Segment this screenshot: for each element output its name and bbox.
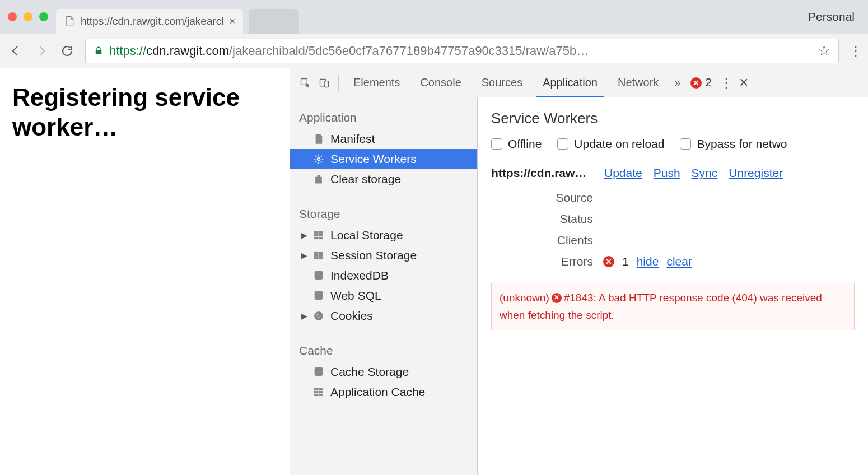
minimize-window-button[interactable] bbox=[24, 12, 32, 21]
sidebar-heading-application: Application bbox=[290, 108, 477, 129]
tab-network[interactable]: Network bbox=[609, 68, 668, 97]
url-scheme: https:// bbox=[109, 44, 146, 58]
origin-row: https://cdn.rawg… Update Push Sync Unreg… bbox=[491, 166, 855, 180]
file-icon bbox=[312, 133, 325, 145]
svg-rect-10 bbox=[319, 237, 323, 239]
browser-tab-inactive[interactable] bbox=[249, 9, 299, 34]
sidebar-item-indexeddb[interactable]: IndexedDB bbox=[290, 266, 477, 286]
error-icon: ✕ bbox=[552, 293, 562, 303]
sidebar-item-service-workers[interactable]: Service Workers bbox=[290, 149, 477, 169]
svg-rect-12 bbox=[319, 252, 323, 253]
panel-title: Service Workers bbox=[491, 110, 855, 127]
bypass-for-network-checkbox[interactable]: Bypass for netwo bbox=[680, 137, 787, 151]
caret-right-icon: ▶ bbox=[301, 311, 307, 320]
close-window-button[interactable] bbox=[8, 12, 17, 21]
sync-link[interactable]: Sync bbox=[692, 166, 718, 180]
update-link[interactable]: Update bbox=[604, 166, 642, 180]
sidebar-item-label: IndexedDB bbox=[330, 269, 389, 282]
caret-right-icon: ▶ bbox=[301, 251, 307, 260]
browser-tabs: https://cdn.rawgit.com/jakearcl × bbox=[56, 0, 299, 34]
error-count: 2 bbox=[705, 76, 711, 89]
sidebar-item-label: Session Storage bbox=[330, 249, 417, 262]
svg-rect-13 bbox=[315, 254, 319, 256]
svg-rect-28 bbox=[315, 394, 319, 395]
sidebar-item-web-sql[interactable]: Web SQL bbox=[290, 286, 477, 306]
cookie-icon bbox=[312, 310, 325, 322]
details-grid: Source Status Clients Errors ✕ 1 hide cl… bbox=[491, 191, 855, 268]
service-workers-panel: Service Workers Offline Update on reload… bbox=[478, 97, 868, 475]
options-row: Offline Update on reload Bypass for netw… bbox=[491, 137, 855, 151]
devtools-tabbar: Elements Console Sources Application Net… bbox=[290, 68, 868, 97]
sidebar-item-local-storage[interactable]: ▶ Local Storage bbox=[290, 225, 477, 245]
svg-rect-15 bbox=[315, 257, 319, 259]
sidebar-heading-cache: Cache bbox=[290, 341, 477, 362]
svg-rect-3 bbox=[325, 81, 329, 87]
address-bar[interactable]: https://cdn.rawgit.com/jakearchibald/5dc… bbox=[85, 39, 839, 63]
svg-rect-9 bbox=[315, 237, 319, 239]
tab-application[interactable]: Application bbox=[534, 68, 606, 97]
offline-checkbox[interactable]: Offline bbox=[491, 137, 542, 151]
sidebar-item-label: Cache Storage bbox=[330, 365, 409, 379]
svg-rect-29 bbox=[319, 394, 323, 395]
sidebar-item-label: Clear storage bbox=[330, 173, 401, 186]
source-value bbox=[603, 191, 855, 204]
profile-label[interactable]: Personal bbox=[808, 10, 855, 24]
sidebar-item-clear-storage[interactable]: Clear storage bbox=[290, 169, 477, 189]
browser-menu-button[interactable]: ⋮ bbox=[849, 49, 860, 53]
error-count-badge[interactable]: ✕ 2 bbox=[690, 76, 711, 89]
sidebar-item-label: Cookies bbox=[330, 309, 373, 323]
svg-rect-11 bbox=[315, 252, 319, 253]
tab-console[interactable]: Console bbox=[411, 68, 470, 97]
close-tab-button[interactable]: × bbox=[230, 16, 236, 27]
errors-value: ✕ 1 hide clear bbox=[603, 255, 855, 268]
device-toolbar-button[interactable] bbox=[316, 74, 333, 91]
page-heading: Registering service worker… bbox=[12, 83, 277, 142]
sidebar-item-cache-storage[interactable]: Cache Storage bbox=[290, 362, 477, 382]
bookmark-star-icon[interactable]: ☆ bbox=[818, 42, 830, 59]
url-text: https://cdn.rawgit.com/jakearchibald/5dc… bbox=[109, 44, 589, 58]
hide-errors-link[interactable]: hide bbox=[637, 255, 659, 268]
clients-value bbox=[603, 234, 855, 247]
devtools-menu-button[interactable]: ⋮ bbox=[720, 81, 731, 85]
devtools-close-button[interactable]: ✕ bbox=[739, 76, 749, 90]
content-area: Registering service worker… Elements Con… bbox=[0, 68, 868, 475]
database-icon bbox=[312, 366, 325, 378]
devtools-body: Application Manifest Service Workers bbox=[290, 97, 868, 475]
svg-rect-0 bbox=[96, 50, 102, 54]
origin-label: https://cdn.rawg… bbox=[491, 166, 592, 180]
svg-rect-24 bbox=[315, 388, 319, 390]
update-on-reload-checkbox[interactable]: Update on reload bbox=[557, 137, 664, 151]
tab-elements[interactable]: Elements bbox=[344, 68, 409, 97]
maximize-window-button[interactable] bbox=[39, 12, 48, 21]
unregister-link[interactable]: Unregister bbox=[729, 166, 783, 180]
inspect-element-button[interactable] bbox=[297, 74, 314, 91]
svg-rect-7 bbox=[315, 234, 319, 236]
clear-errors-link[interactable]: clear bbox=[666, 255, 692, 268]
svg-rect-8 bbox=[319, 234, 323, 236]
more-tabs-button[interactable]: » bbox=[670, 76, 685, 89]
sidebar-item-session-storage[interactable]: ▶ Session Storage bbox=[290, 245, 477, 266]
browser-tab-active[interactable]: https://cdn.rawgit.com/jakearcl × bbox=[56, 9, 243, 34]
forward-button[interactable] bbox=[34, 43, 49, 59]
svg-rect-16 bbox=[319, 257, 323, 259]
push-link[interactable]: Push bbox=[654, 166, 680, 180]
back-button[interactable] bbox=[8, 43, 24, 59]
sidebar-item-manifest[interactable]: Manifest bbox=[290, 129, 477, 149]
reload-button[interactable] bbox=[59, 43, 75, 59]
tab-sources[interactable]: Sources bbox=[473, 68, 531, 97]
sidebar-item-label: Application Cache bbox=[330, 385, 425, 399]
source-label: Source bbox=[491, 191, 603, 204]
svg-point-4 bbox=[318, 158, 320, 161]
traffic-lights bbox=[8, 12, 48, 21]
tab-title: https://cdn.rawgit.com/jakearcl bbox=[81, 15, 224, 27]
svg-rect-14 bbox=[319, 254, 323, 256]
svg-rect-25 bbox=[319, 388, 323, 390]
grid-icon bbox=[312, 386, 325, 398]
clients-label: Clients bbox=[491, 234, 603, 247]
svg-point-19 bbox=[315, 312, 323, 320]
sidebar-item-application-cache[interactable]: Application Cache bbox=[290, 382, 477, 402]
errors-count: 1 bbox=[622, 255, 629, 268]
devtools-panel: Elements Console Sources Application Net… bbox=[290, 68, 868, 475]
database-icon bbox=[312, 269, 325, 282]
sidebar-item-cookies[interactable]: ▶ Cookies bbox=[290, 306, 477, 326]
